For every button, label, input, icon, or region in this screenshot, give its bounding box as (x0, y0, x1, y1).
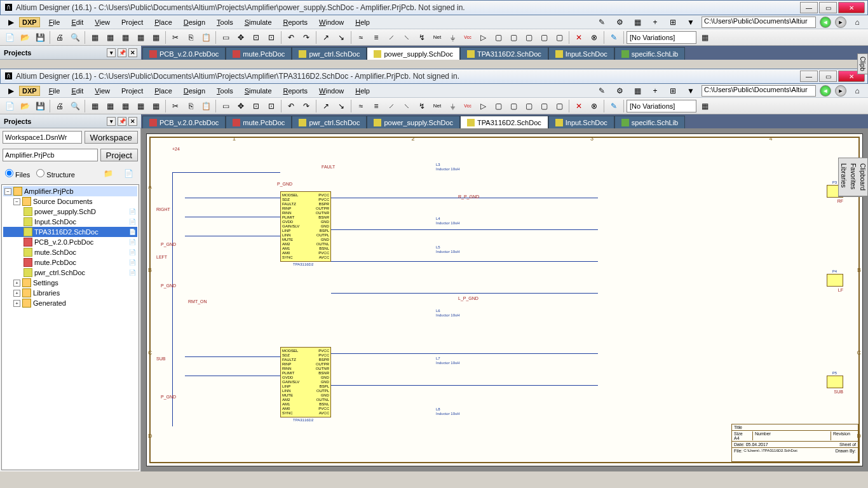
menu-project[interactable]: Project (116, 17, 148, 27)
menu-window[interactable]: Window (314, 17, 349, 27)
document-tab[interactable]: Input.SchDoc (548, 116, 614, 128)
clipboard-tab[interactable]: Clipb (857, 53, 868, 74)
gnd-icon[interactable]: ⏚ (445, 30, 459, 44)
cut-icon[interactable]: ✂ (168, 30, 182, 44)
tool-icon[interactable]: ✎ (595, 84, 609, 98)
menu-design[interactable]: Design (179, 17, 210, 27)
tool-icon[interactable]: ▢ (491, 30, 505, 44)
tool-icon[interactable]: ↗ (319, 99, 333, 113)
tree-file[interactable]: TPA3116D2.SchDoc📄 (3, 227, 137, 237)
tool-icon[interactable]: ▦ (118, 99, 132, 113)
nav-back-button[interactable]: ◄ (820, 85, 831, 97)
menu-place[interactable]: Place (149, 86, 177, 96)
tool-icon[interactable]: ▢ (552, 99, 566, 113)
net-icon[interactable]: Net (430, 99, 444, 113)
minimize-button[interactable]: — (800, 71, 818, 82)
tree-folder[interactable]: −Source Documents (3, 196, 137, 207)
document-tab[interactable]: power_supply.SchDoc (367, 116, 460, 128)
menu-tools[interactable]: Tools (212, 86, 238, 96)
tool-icon[interactable]: ⊡ (249, 99, 263, 113)
panel-close-button[interactable]: ✕ (128, 117, 137, 126)
tree-project-root[interactable]: −Amplifier.PrjPcb (3, 186, 137, 196)
panel-pin-button[interactable]: 📌 (118, 117, 126, 126)
tool-icon[interactable]: ▢ (537, 99, 551, 113)
tool-icon[interactable]: ⚙ (613, 84, 627, 98)
net-icon[interactable]: Net (430, 30, 444, 44)
nav-fwd-button[interactable]: ► (835, 85, 846, 97)
copy-icon[interactable]: ⎘ (184, 30, 198, 44)
tool-icon[interactable]: ⟋ (384, 30, 398, 44)
variations-combo[interactable]: [No Variations] (627, 100, 696, 112)
tool-icon[interactable]: ⟋ (384, 99, 398, 113)
pen-icon[interactable]: ✎ (607, 30, 621, 44)
close-button[interactable]: ✕ (838, 2, 865, 13)
redo-icon[interactable]: ↷ (299, 30, 313, 44)
document-tab[interactable]: TPA3116D2.SchDoc (460, 47, 548, 60)
tree-file[interactable]: Input.SchDoc📄 (3, 217, 137, 227)
menu-project[interactable]: Project (116, 86, 148, 96)
menu-help[interactable]: Help (350, 86, 375, 96)
save-icon[interactable]: 💾 (33, 30, 47, 44)
favorites-tab[interactable]: Favorites (848, 158, 858, 196)
menu-simulate[interactable]: Simulate (240, 86, 277, 96)
tool-icon[interactable]: ✕ (572, 99, 586, 113)
project-combo[interactable]: Amplifier.PrjPcb (3, 149, 98, 161)
tool-icon[interactable]: ▢ (552, 30, 566, 44)
move-icon[interactable]: ✥ (234, 99, 248, 113)
dxp-menu[interactable]: DXP (19, 86, 40, 96)
workspace-combo[interactable]: Workspace1.DsnWr (3, 131, 82, 144)
project-button[interactable]: Project (100, 149, 138, 161)
document-tab[interactable]: mute.PcbDoc (226, 116, 292, 128)
select-icon[interactable]: ▭ (219, 30, 233, 44)
tool-icon[interactable]: ⊗ (587, 30, 601, 44)
preview-icon[interactable]: 🔍 (68, 99, 82, 113)
new-icon[interactable]: 📄 (3, 99, 17, 113)
tool-icon[interactable]: ▢ (522, 30, 536, 44)
tool-icon[interactable]: ▦ (118, 30, 132, 44)
tool-icon[interactable]: ▦ (630, 84, 644, 98)
menu-edit[interactable]: Edit (66, 17, 88, 27)
print-icon[interactable]: 🖨 (53, 99, 67, 113)
part-icon[interactable]: ▷ (476, 99, 490, 113)
tree-file[interactable]: pwr_ctrl.SchDoc📄 (3, 268, 137, 278)
tool-icon[interactable]: ⊡ (264, 99, 278, 113)
document-tab[interactable]: pwr_ctrl.SchDoc (292, 47, 367, 60)
tool-icon[interactable]: ↯ (415, 99, 429, 113)
maximize-button[interactable]: ▭ (819, 2, 837, 13)
pen-icon[interactable]: ✎ (607, 99, 621, 113)
tool-icon[interactable]: ▢ (506, 30, 520, 44)
document-tab[interactable]: PCB_v.2.0.PcbDoc (142, 47, 226, 60)
tool-icon[interactable]: + (648, 15, 662, 29)
nav-back-button[interactable]: ◄ (820, 17, 831, 28)
undo-icon[interactable]: ↶ (284, 30, 298, 44)
menu-file[interactable]: File (44, 86, 65, 96)
tool-icon[interactable]: ↘ (334, 99, 348, 113)
menu-design[interactable]: Design (179, 86, 210, 96)
structure-radio[interactable]: Structure (36, 169, 75, 179)
menu-place[interactable]: Place (149, 17, 177, 27)
wire-icon[interactable]: ≈ (354, 99, 368, 113)
open-icon[interactable]: 📂 (18, 30, 32, 44)
menu-reports[interactable]: Reports (278, 17, 313, 27)
tool-icon[interactable]: ⟍ (400, 99, 414, 113)
tool-icon[interactable]: ▦ (149, 99, 163, 113)
menu-file[interactable]: File (44, 17, 65, 27)
select-icon[interactable]: ▭ (219, 99, 233, 113)
variations-combo[interactable]: [No Variations] (627, 31, 696, 44)
bus-icon[interactable]: ≡ (369, 30, 383, 44)
output-connector[interactable] (827, 274, 843, 287)
tool-icon[interactable]: ▢ (537, 30, 551, 44)
tool-icon[interactable]: ▦ (149, 30, 163, 44)
menu-window[interactable]: Window (314, 86, 349, 96)
tool-icon[interactable]: ▦ (698, 30, 712, 44)
tool-icon[interactable]: ✎ (595, 15, 609, 29)
tool-icon[interactable]: + (648, 84, 662, 98)
save-icon[interactable]: 💾 (33, 99, 47, 113)
tree-folder[interactable]: +Libraries (3, 288, 137, 298)
new-icon[interactable]: 📄 (3, 30, 17, 44)
panel-dropdown-button[interactable]: ▾ (107, 48, 116, 57)
undo-icon[interactable]: ↶ (284, 99, 298, 113)
tool-icon[interactable]: ▼ (684, 15, 698, 29)
tool-icon[interactable]: ⊡ (249, 30, 263, 44)
output-connector[interactable] (827, 376, 843, 388)
